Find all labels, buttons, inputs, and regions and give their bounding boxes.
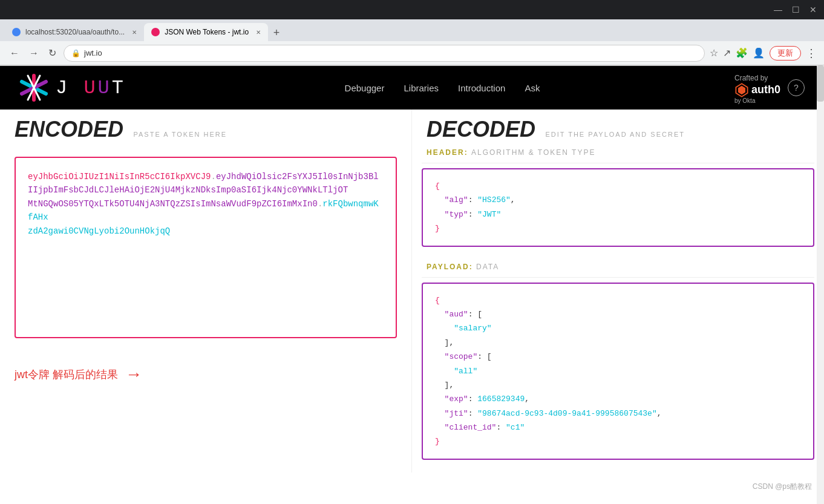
open-brace-1: { xyxy=(435,182,440,191)
exp-value: 1665829349 xyxy=(477,394,525,404)
alg-key: "alg" xyxy=(445,195,468,205)
new-tab-btn[interactable]: + xyxy=(268,24,285,41)
exp-key: "exp" xyxy=(445,394,468,404)
encoded-subtitle: PASTE A TOKEN HERE xyxy=(133,131,227,138)
crafted-by-text: Crafted by xyxy=(734,74,768,82)
tab1-label: localhost:53020/uaa/oauth/to... xyxy=(25,28,125,36)
tab2-label: JSON Web Tokens - jwt.io xyxy=(165,28,249,36)
arrow-icon: → xyxy=(125,365,142,384)
token-part1b: J9 xyxy=(201,172,211,182)
address-text: jwt.io xyxy=(84,48,102,57)
update-button[interactable]: 更新 xyxy=(770,46,801,61)
scope-key: "scope" xyxy=(445,352,478,361)
encoded-title: Encoded xyxy=(15,117,123,142)
header-label-text: HEADER: xyxy=(427,148,468,157)
nav-libraries[interactable]: Libraries xyxy=(404,83,439,93)
tab1-close[interactable]: ✕ xyxy=(132,29,137,36)
extension-icon[interactable]: 🧩 xyxy=(736,47,748,59)
nav-debugger[interactable]: Debugger xyxy=(345,83,385,93)
logo-text: J UUT xyxy=(56,77,126,99)
tab1-favicon xyxy=(12,28,21,36)
profile-icon[interactable]: 👤 xyxy=(753,47,765,59)
nav-ask[interactable]: Ask xyxy=(525,83,540,93)
jwt-site: J UUT Debugger Libraries Introduction As… xyxy=(0,66,824,473)
auth0-icon xyxy=(734,83,749,97)
auth0-logo: auth0 xyxy=(734,83,780,97)
header-sublabel: ALGORITHM & TOKEN TYPE xyxy=(471,148,595,157)
scrollbar-thumb[interactable] xyxy=(817,65,824,102)
nav-introduction[interactable]: Introduction xyxy=(458,83,505,93)
jti-key: "jti" xyxy=(445,409,468,418)
by-okta-text: by Okta xyxy=(734,97,780,104)
jwt-logo-icon xyxy=(19,73,48,102)
nav-links: Debugger Libraries Introduction Ask xyxy=(150,83,734,93)
address-icons: ☆ ↗ 🧩 👤 更新 ⋮ xyxy=(710,46,817,61)
scrollbar[interactable] xyxy=(817,65,824,473)
left-panel: Encoded PASTE A TOKEN HERE eyJhbGciOiJIU… xyxy=(0,110,412,473)
share-icon[interactable]: ↗ xyxy=(723,47,731,59)
alg-value: "HS256" xyxy=(477,195,511,205)
typ-key: "typ" xyxy=(445,210,468,219)
logo-area: J UUT xyxy=(19,73,126,102)
tab-bar: localhost:53020/uaa/oauth/to... ✕ JSON W… xyxy=(0,19,824,41)
typ-value: "JWT" xyxy=(477,210,501,219)
svg-marker-6 xyxy=(738,85,745,94)
header-code-block[interactable]: { "alg": "HS256", "typ": "JWT" } xyxy=(422,168,814,247)
aud-value: "salary" xyxy=(454,324,491,333)
scope-value: "all" xyxy=(454,367,477,376)
menu-btn[interactable]: ⋮ xyxy=(806,47,817,60)
encoded-header-area: Encoded PASTE A TOKEN HERE xyxy=(0,110,411,142)
token-part1: eyJhbGciOiJIUzI1NiIsInR5cCI6IkpXVC xyxy=(28,172,201,182)
annotation-text: jwt令牌 解码后的结果 xyxy=(15,367,118,382)
payload-section: PAYLOAD: DATA { "aud": [ "salary" ], "sc… xyxy=(422,257,814,460)
token-dot1: . xyxy=(211,172,215,182)
client-id-value: "c1" xyxy=(506,423,525,432)
auth0-text: auth0 xyxy=(751,83,780,96)
decoded-subtitle: EDIT THE PAYLOAD AND SECRET xyxy=(545,131,684,138)
annotation-area: jwt令牌 解码后的结果 → xyxy=(0,353,411,396)
client-id-key: "client_id" xyxy=(445,423,497,432)
minimize-btn[interactable]: — xyxy=(774,5,782,15)
help-button[interactable]: ? xyxy=(788,79,805,96)
address-input[interactable]: 🔒 jwt.io xyxy=(64,45,705,62)
tab2-favicon xyxy=(151,28,160,36)
jti-value: "98674acd-9c93-4d09-9a41-99958607543e" xyxy=(477,409,656,418)
nav-right: Crafted by auth0 by Okta ? xyxy=(734,72,805,104)
payload-code-block[interactable]: { "aud": [ "salary" ], "scope": [ "all" … xyxy=(422,283,814,460)
close-brace-1: } xyxy=(435,224,440,233)
navbar: J UUT Debugger Libraries Introduction As… xyxy=(0,66,824,110)
forward-btn[interactable]: → xyxy=(27,47,41,60)
bookmark-icon[interactable]: ☆ xyxy=(710,47,718,59)
back-btn[interactable]: ← xyxy=(7,47,22,60)
payload-open-brace: { xyxy=(435,296,440,305)
maximize-btn[interactable]: ☐ xyxy=(792,5,800,15)
tab-1[interactable]: localhost:53020/uaa/oauth/to... ✕ xyxy=(5,23,144,41)
address-bar: ← → ↻ 🔒 jwt.io ☆ ↗ 🧩 👤 更新 ⋮ xyxy=(0,41,824,65)
right-panel: Decoded EDIT THE PAYLOAD AND SECRET HEAD… xyxy=(412,110,824,473)
payload-label: PAYLOAD: DATA xyxy=(422,257,814,278)
close-btn[interactable]: ✕ xyxy=(809,5,817,15)
payload-sublabel: DATA xyxy=(476,263,499,271)
header-label: HEADER: ALGORITHM & TOKEN TYPE xyxy=(422,142,814,163)
crafted-by-area: Crafted by auth0 by Okta xyxy=(734,72,780,104)
decoded-title: Decoded xyxy=(427,117,535,142)
decoded-header-area: Decoded EDIT THE PAYLOAD AND SECRET xyxy=(412,110,824,142)
title-bar: — ☐ ✕ xyxy=(0,0,824,19)
tab-2[interactable]: JSON Web Tokens - jwt.io ✕ xyxy=(144,23,268,41)
main-content: Encoded PASTE A TOKEN HERE eyJhbGciOiJIU… xyxy=(0,110,824,473)
refresh-btn[interactable]: ↻ xyxy=(46,46,59,60)
payload-label-text: PAYLOAD: xyxy=(427,263,473,271)
payload-close-brace: } xyxy=(435,437,440,446)
lock-icon: 🔒 xyxy=(71,49,80,57)
aud-key: "aud" xyxy=(445,310,468,319)
header-section: HEADER: ALGORITHM & TOKEN TYPE { "alg": … xyxy=(422,142,814,247)
browser-chrome: — ☐ ✕ localhost:53020/uaa/oauth/to... ✕ … xyxy=(0,0,824,66)
tab2-close[interactable]: ✕ xyxy=(256,29,261,36)
token-textarea[interactable]: eyJhbGciOiJIUzI1NiIsInR5cCI6IkpXVC J9.ey… xyxy=(15,157,397,338)
